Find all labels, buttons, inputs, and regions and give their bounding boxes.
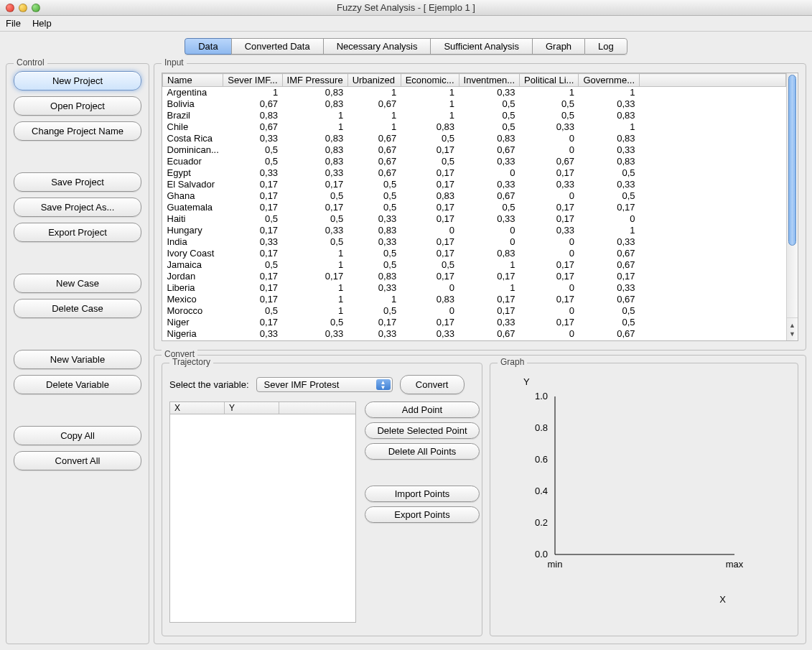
row-value-cell[interactable]: 0,5: [282, 190, 347, 202]
row-value-cell[interactable]: 0,33: [282, 225, 347, 236]
xy-table[interactable]: X Y: [169, 401, 356, 623]
table-row[interactable]: Hungary0,170,330,83000,331: [163, 225, 786, 236]
row-value-cell[interactable]: 0,5: [401, 259, 459, 271]
row-value-cell[interactable]: 0,33: [520, 179, 579, 190]
row-value-cell[interactable]: 1: [459, 259, 520, 271]
row-value-cell[interactable]: 0,17: [520, 167, 579, 179]
row-value-cell[interactable]: 0,83: [223, 110, 282, 121]
open-project-button[interactable]: Open Project: [14, 96, 141, 116]
row-value-cell[interactable]: 0,67: [347, 144, 401, 156]
copy-all-button[interactable]: Copy All: [14, 426, 141, 445]
row-name-cell[interactable]: Ecuador: [163, 156, 223, 167]
row-value-cell[interactable]: 0,5: [282, 317, 347, 328]
row-value-cell[interactable]: 0: [520, 190, 579, 202]
row-name-cell[interactable]: Brazil: [163, 110, 223, 121]
table-row[interactable]: Chile0,67110,830,50,331: [163, 121, 786, 133]
table-row[interactable]: Bolivia0,670,830,6710,50,50,33: [163, 98, 786, 110]
row-value-cell[interactable]: 0,83: [459, 248, 520, 259]
row-value-cell[interactable]: 0,17: [401, 167, 459, 179]
row-value-cell[interactable]: 0,67: [459, 144, 520, 156]
table-row[interactable]: Argentina10,83110,3311: [163, 87, 786, 98]
tab-data[interactable]: Data: [185, 38, 230, 55]
change-project-name-button[interactable]: Change Project Name: [14, 121, 141, 141]
row-value-cell[interactable]: 0,17: [459, 305, 520, 317]
row-value-cell[interactable]: 0: [520, 282, 579, 294]
table-row[interactable]: Dominican...0,50,830,670,170,6700,33: [163, 144, 786, 156]
export-points-button[interactable]: Export Points: [365, 506, 480, 523]
row-value-cell[interactable]: 0,67: [579, 294, 640, 305]
row-value-cell[interactable]: 0,17: [520, 271, 579, 282]
row-value-cell[interactable]: 0: [520, 144, 579, 156]
row-value-cell[interactable]: 0,5: [520, 98, 579, 110]
row-value-cell[interactable]: 0,33: [579, 179, 640, 190]
table-row[interactable]: Ivory Coast0,1710,50,170,8300,67: [163, 248, 786, 259]
row-value-cell[interactable]: 0,67: [347, 167, 401, 179]
row-value-cell[interactable]: 0,33: [520, 121, 579, 133]
row-value-cell[interactable]: 0,67: [579, 248, 640, 259]
row-name-cell[interactable]: Jordan: [163, 271, 223, 282]
row-value-cell[interactable]: 0,33: [459, 87, 520, 98]
row-value-cell[interactable]: 0,67: [347, 156, 401, 167]
row-value-cell[interactable]: 0,5: [579, 167, 640, 179]
row-value-cell[interactable]: 0,33: [459, 213, 520, 225]
row-name-cell[interactable]: Haiti: [163, 213, 223, 225]
save-project-as-button[interactable]: Save Project As...: [14, 198, 141, 217]
row-name-cell[interactable]: Jamaica: [163, 259, 223, 271]
row-value-cell[interactable]: 0,67: [579, 328, 640, 340]
row-value-cell[interactable]: 0,5: [347, 259, 401, 271]
row-value-cell[interactable]: 1: [579, 87, 640, 98]
row-value-cell[interactable]: 0,83: [579, 110, 640, 121]
row-value-cell[interactable]: 0,5: [282, 213, 347, 225]
scrollbar-thumb[interactable]: [788, 75, 796, 246]
row-value-cell[interactable]: 0,17: [223, 317, 282, 328]
table-row[interactable]: Ecuador0,50,830,670,50,330,670,83: [163, 156, 786, 167]
delete-selected-point-button[interactable]: Delete Selected Point: [365, 422, 480, 439]
menu-help[interactable]: Help: [32, 18, 52, 29]
row-value-cell[interactable]: 0,83: [347, 271, 401, 282]
column-header[interactable]: Urbanized: [347, 74, 401, 87]
row-value-cell[interactable]: 0,17: [223, 294, 282, 305]
row-value-cell[interactable]: 0,5: [347, 179, 401, 190]
row-value-cell[interactable]: 0,5: [459, 98, 520, 110]
row-name-cell[interactable]: Nigeria: [163, 328, 223, 340]
row-value-cell[interactable]: 0,5: [347, 248, 401, 259]
row-value-cell[interactable]: 0: [401, 282, 459, 294]
row-value-cell[interactable]: 0,33: [579, 282, 640, 294]
table-scrollbar[interactable]: ▲ ▼: [786, 73, 798, 340]
row-value-cell[interactable]: 0,33: [347, 213, 401, 225]
window-close-button[interactable]: [6, 4, 14, 12]
row-name-cell[interactable]: Ivory Coast: [163, 248, 223, 259]
row-value-cell[interactable]: 1: [347, 121, 401, 133]
convert-button[interactable]: Convert: [400, 375, 465, 394]
table-row[interactable]: El Salvador0,170,170,50,170,330,330,33: [163, 179, 786, 190]
delete-all-points-button[interactable]: Delete All Points: [365, 443, 480, 460]
row-value-cell[interactable]: 0,5: [459, 110, 520, 121]
row-value-cell[interactable]: 0,17: [401, 248, 459, 259]
row-value-cell[interactable]: 1: [282, 259, 347, 271]
row-value-cell[interactable]: 1: [347, 110, 401, 121]
row-value-cell[interactable]: 1: [282, 282, 347, 294]
row-name-cell[interactable]: Costa Rica: [163, 133, 223, 144]
convert-all-button[interactable]: Convert All: [14, 451, 141, 470]
delete-case-button[interactable]: Delete Case: [14, 299, 141, 318]
row-name-cell[interactable]: Ghana: [163, 190, 223, 202]
row-value-cell[interactable]: 1: [401, 87, 459, 98]
row-value-cell[interactable]: 0,33: [520, 225, 579, 236]
row-value-cell[interactable]: 0,33: [579, 144, 640, 156]
row-value-cell[interactable]: 0,17: [401, 144, 459, 156]
row-value-cell[interactable]: 0: [520, 248, 579, 259]
row-value-cell[interactable]: 0: [401, 225, 459, 236]
menu-file[interactable]: File: [6, 18, 21, 29]
row-value-cell[interactable]: 0,5: [579, 305, 640, 317]
row-value-cell[interactable]: 0,17: [282, 202, 347, 213]
row-value-cell[interactable]: 0,33: [347, 328, 401, 340]
row-value-cell[interactable]: 1: [282, 248, 347, 259]
row-value-cell[interactable]: 0,17: [401, 317, 459, 328]
row-value-cell[interactable]: 0,17: [223, 179, 282, 190]
row-value-cell[interactable]: 0,17: [401, 271, 459, 282]
row-value-cell[interactable]: 0,33: [282, 328, 347, 340]
row-value-cell[interactable]: 0: [459, 225, 520, 236]
row-value-cell[interactable]: 0,5: [223, 213, 282, 225]
row-value-cell[interactable]: 0,67: [459, 328, 520, 340]
row-value-cell[interactable]: 1: [282, 305, 347, 317]
